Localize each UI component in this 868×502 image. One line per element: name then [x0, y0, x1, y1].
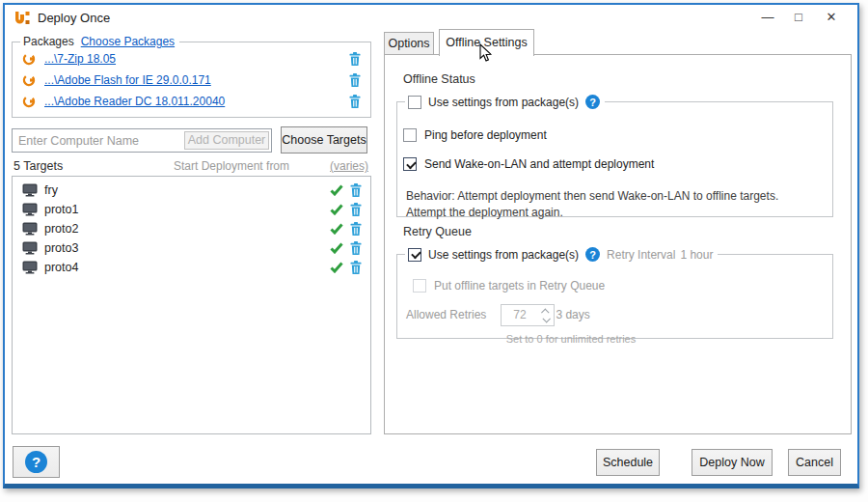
- targets-header: 5 Targets Start Deployment from (varies): [12, 159, 371, 175]
- target-row[interactable]: proto4: [13, 258, 370, 277]
- computer-icon: [22, 203, 38, 216]
- allowed-retries-duration: 3 days: [556, 308, 589, 321]
- delete-target-icon[interactable]: [350, 222, 362, 236]
- use-settings-checkbox[interactable]: [408, 96, 421, 109]
- package-link[interactable]: ...\Adobe Flash for IE 29.0.0.171: [44, 73, 211, 87]
- package-list: ...\7-Zip 18.05: [13, 48, 370, 112]
- choose-targets-button[interactable]: Choose Targets: [281, 126, 367, 153]
- choose-packages-link[interactable]: Choose Packages: [81, 35, 175, 48]
- close-button[interactable]: ✕: [819, 7, 844, 28]
- online-check-icon: [330, 223, 343, 235]
- help-icon[interactable]: ?: [585, 95, 600, 109]
- schedule-button[interactable]: Schedule: [596, 449, 660, 476]
- target-name: proto3: [44, 241, 78, 255]
- online-check-icon: [330, 242, 343, 254]
- delete-package-icon[interactable]: [349, 95, 361, 108]
- help-icon[interactable]: ?: [585, 247, 600, 262]
- targets-count: 5 Targets: [14, 159, 63, 173]
- delete-target-icon[interactable]: [350, 203, 362, 216]
- delete-target-icon[interactable]: [350, 183, 362, 197]
- retry-queue-label: Retry Queue: [403, 225, 472, 238]
- allowed-retries-stepper[interactable]: 72: [501, 304, 555, 326]
- target-name: proto1: [44, 203, 78, 216]
- help-icon: ?: [25, 451, 47, 473]
- target-name: proto2: [44, 222, 78, 236]
- online-check-icon: [330, 262, 343, 273]
- offline-status-group: Use settings from package(s) ? Ping befo…: [396, 95, 833, 217]
- wol-checkbox[interactable]: [403, 157, 417, 171]
- put-offline-label: Put offline targets in Retry Queue: [434, 279, 605, 293]
- package-icon: [22, 52, 36, 66]
- computer-icon: [22, 261, 38, 274]
- pdq-app-icon: [13, 9, 32, 28]
- target-row[interactable]: fry: [13, 181, 370, 200]
- targets-list: fry: [12, 176, 371, 434]
- retry-use-settings-label: Use settings from package(s): [428, 248, 579, 262]
- target-name: proto4: [44, 261, 78, 274]
- package-row: ...\Adobe Reader DC 18.011.20040: [13, 91, 370, 112]
- computer-icon: [22, 222, 38, 236]
- target-row[interactable]: proto1: [13, 200, 370, 219]
- delete-target-icon[interactable]: [350, 261, 362, 274]
- delete-target-icon[interactable]: [350, 241, 362, 255]
- add-computer-button[interactable]: Add Computer: [184, 131, 269, 150]
- target-row[interactable]: proto3: [13, 238, 370, 258]
- behavior-text: Behavior: Attempt deployment then send W…: [406, 188, 821, 221]
- package-link[interactable]: ...\7-Zip 18.05: [44, 52, 116, 66]
- retry-use-settings-checkbox[interactable]: [408, 248, 421, 262]
- put-offline-checkbox[interactable]: [413, 279, 426, 293]
- delete-package-icon[interactable]: [349, 52, 361, 66]
- retry-interval-label: Retry Interval: [607, 248, 675, 262]
- title-bar: Deploy Once — □ ✕: [5, 5, 857, 32]
- deploy-once-window: Deploy Once — □ ✕ Packages Choose Packag…: [3, 3, 859, 488]
- delete-package-icon[interactable]: [349, 73, 361, 87]
- tab-offline-settings[interactable]: Offline Settings: [439, 29, 534, 56]
- package-link[interactable]: ...\Adobe Reader DC 18.011.20040: [44, 95, 225, 108]
- offline-settings-panel: Offline Status Use settings from package…: [384, 54, 852, 434]
- packages-label: Packages: [23, 35, 74, 48]
- retry-interval-value: 1 hour: [680, 248, 713, 262]
- cancel-button[interactable]: Cancel: [788, 449, 841, 476]
- target-name: fry: [44, 183, 58, 197]
- package-icon: [22, 95, 36, 108]
- computer-icon: [22, 241, 38, 255]
- package-row: ...\Adobe Flash for IE 29.0.0.171: [13, 70, 370, 91]
- varies-link[interactable]: (varies): [330, 159, 368, 173]
- target-row[interactable]: proto2: [13, 219, 370, 238]
- offline-status-label: Offline Status: [403, 72, 475, 86]
- wol-label: Send Wake-on-LAN and attempt deployment: [424, 157, 654, 171]
- allowed-retries-label: Allowed Retries: [406, 308, 486, 321]
- online-check-icon: [330, 184, 343, 196]
- maximize-button[interactable]: □: [786, 7, 811, 28]
- allowed-retries-value: 72: [502, 305, 538, 325]
- packages-group: Packages Choose Packages ...\7-Zip 18.05: [12, 35, 371, 118]
- retries-hint: Set to 0 for unlimited retries: [475, 333, 667, 345]
- computer-name-input[interactable]: [18, 131, 187, 150]
- computer-name-box: Add Computer: [12, 128, 272, 153]
- stepper-arrows-icon[interactable]: [538, 305, 554, 325]
- help-button[interactable]: ?: [13, 446, 60, 478]
- tab-options[interactable]: Options: [384, 32, 434, 55]
- computer-icon: [22, 183, 38, 197]
- start-deployment-column: Start Deployment from: [174, 159, 289, 173]
- package-row: ...\7-Zip 18.05: [13, 48, 370, 70]
- ping-label: Ping before deployment: [424, 128, 547, 142]
- use-settings-label: Use settings from package(s): [428, 96, 579, 109]
- package-icon: [22, 73, 36, 87]
- minimize-button[interactable]: —: [755, 7, 780, 28]
- deploy-now-button[interactable]: Deploy Now: [692, 449, 773, 476]
- retry-queue-group: Use settings from package(s) ? Retry Int…: [396, 247, 833, 339]
- ping-checkbox[interactable]: [403, 128, 417, 142]
- online-check-icon: [330, 204, 343, 215]
- window-title: Deploy Once: [38, 11, 110, 25]
